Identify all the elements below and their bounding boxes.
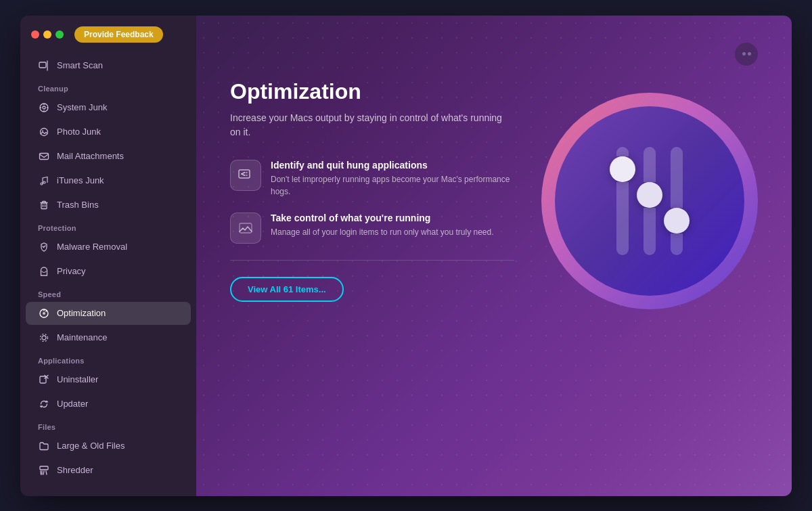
svg-rect-33 (240, 223, 252, 233)
svg-point-9 (42, 130, 43, 131)
folder-icon (38, 440, 50, 452)
sidebar-item-smart-scan[interactable]: Smart Scan (26, 54, 191, 77)
optimization-icon (38, 307, 50, 319)
maintenance-label: Maintenance (57, 332, 107, 342)
sidebar-item-uninstaller[interactable]: Uninstaller (26, 368, 191, 391)
svg-line-26 (46, 471, 47, 474)
hung-apps-title: Identify and quit hung applications (271, 160, 514, 171)
svg-line-25 (43, 471, 44, 474)
svg-point-15 (43, 312, 45, 315)
sidebar-item-maintenance[interactable]: Maintenance (26, 326, 191, 349)
login-items-text: Take control of what you're running Mana… (271, 213, 494, 238)
section-speed: Speed (20, 284, 196, 301)
malware-icon (38, 241, 50, 253)
sidebar-item-optimization[interactable]: Optimization (26, 302, 191, 325)
smart-scan-label: Smart Scan (57, 60, 103, 70)
maximize-button[interactable] (55, 30, 64, 39)
itunes-junk-label: iTunes Junk (57, 175, 104, 185)
sidebar-item-malware-removal[interactable]: Malware Removal (26, 236, 191, 259)
svg-line-17 (46, 310, 47, 311)
hung-apps-description: Don't let improperly running apps become… (271, 173, 514, 198)
app-window: Provide Feedback Smart Scan Cleanup (20, 16, 792, 496)
main-content: Optimization Increase your Macs output b… (196, 16, 792, 496)
sliders-illustration (616, 147, 683, 255)
malware-removal-label: Malware Removal (57, 242, 127, 252)
svg-point-18 (42, 336, 46, 340)
svg-rect-0 (39, 62, 46, 68)
mail-icon (38, 150, 50, 162)
dot2 (748, 52, 751, 55)
feature-card-hung-apps: Identify and quit hung applications Don'… (230, 160, 514, 198)
section-applications: Applications (20, 350, 196, 368)
system-junk-label: System Junk (57, 102, 107, 112)
maintenance-icon (38, 332, 50, 344)
svg-rect-10 (40, 153, 49, 159)
sidebar-item-privacy[interactable]: Privacy (26, 260, 191, 283)
circle-inner (555, 106, 744, 296)
top-bar (230, 43, 758, 66)
shredder-label: Shredder (57, 465, 93, 475)
content-area: Optimization Increase your Macs output b… (230, 79, 758, 469)
sidebar-item-shredder[interactable]: Shredder (26, 459, 191, 482)
feedback-button[interactable]: Provide Feedback (74, 26, 163, 43)
optimization-label: Optimization (57, 308, 106, 318)
svg-rect-23 (40, 466, 48, 470)
page-title: Optimization (230, 79, 514, 104)
login-items-description: Manage all of your login items to run on… (271, 226, 494, 238)
minimize-button[interactable] (43, 30, 51, 39)
sidebar-item-trash-bins[interactable]: Trash Bins (26, 194, 191, 217)
svg-rect-20 (40, 376, 46, 383)
svg-rect-28 (239, 170, 250, 178)
hung-apps-text: Identify and quit hung applications Don'… (271, 160, 514, 198)
view-all-button[interactable]: View All 61 Items... (230, 277, 344, 302)
photo-junk-label: Photo Junk (57, 127, 101, 137)
dot1 (742, 52, 746, 55)
sidebar-item-itunes-junk[interactable]: iTunes Junk (26, 169, 191, 192)
slider-2 (644, 147, 656, 255)
mail-attachments-label: Mail Attachments (57, 151, 124, 161)
sidebar-item-photo-junk[interactable]: Photo Junk (26, 120, 191, 143)
updater-icon (38, 398, 50, 410)
sidebar-item-updater[interactable]: Updater (26, 393, 191, 416)
content-left: Optimization Increase your Macs output b… (230, 79, 514, 302)
feature-card-login-items: Take control of what you're running Mana… (230, 213, 514, 244)
hung-apps-icon (230, 160, 261, 191)
system-junk-icon (38, 102, 50, 114)
uninstaller-icon (38, 374, 50, 386)
svg-point-19 (41, 334, 48, 341)
trash-bins-label: Trash Bins (57, 200, 99, 210)
updater-label: Updater (57, 399, 88, 409)
scan-icon (38, 60, 50, 72)
sidebar-item-system-junk[interactable]: System Junk (26, 96, 191, 119)
svg-rect-11 (41, 203, 47, 209)
music-icon (38, 175, 50, 187)
sidebar-item-mail-attachments[interactable]: Mail Attachments (26, 145, 191, 168)
trash-icon (38, 199, 50, 211)
section-protection: Protection (20, 217, 196, 235)
svg-point-8 (41, 128, 48, 135)
uninstaller-label: Uninstaller (57, 374, 98, 384)
slider-3 (671, 147, 683, 255)
privacy-label: Privacy (57, 266, 86, 276)
sidebar: Provide Feedback Smart Scan Cleanup (20, 16, 196, 496)
circle-outer (541, 93, 758, 309)
illustration (541, 93, 758, 309)
login-items-icon (230, 213, 261, 244)
svg-line-27 (41, 471, 41, 474)
large-old-files-label: Large & Old Files (57, 441, 125, 451)
section-files: Files (20, 416, 196, 434)
login-items-title: Take control of what you're running (271, 213, 494, 223)
title-bar: Provide Feedback (20, 26, 196, 53)
svg-point-3 (43, 106, 45, 109)
section-cleanup: Cleanup (20, 78, 196, 95)
traffic-lights (31, 30, 64, 39)
page-subtitle: Increase your Macs output by staying in … (230, 111, 514, 139)
privacy-icon (38, 265, 50, 277)
more-options-button[interactable] (735, 43, 758, 66)
sidebar-item-large-old-files[interactable]: Large & Old Files (26, 435, 191, 458)
slider-1 (616, 147, 629, 255)
photo-junk-icon (38, 126, 50, 138)
shredder-icon (38, 464, 50, 476)
close-button[interactable] (31, 30, 39, 39)
divider (230, 260, 514, 261)
